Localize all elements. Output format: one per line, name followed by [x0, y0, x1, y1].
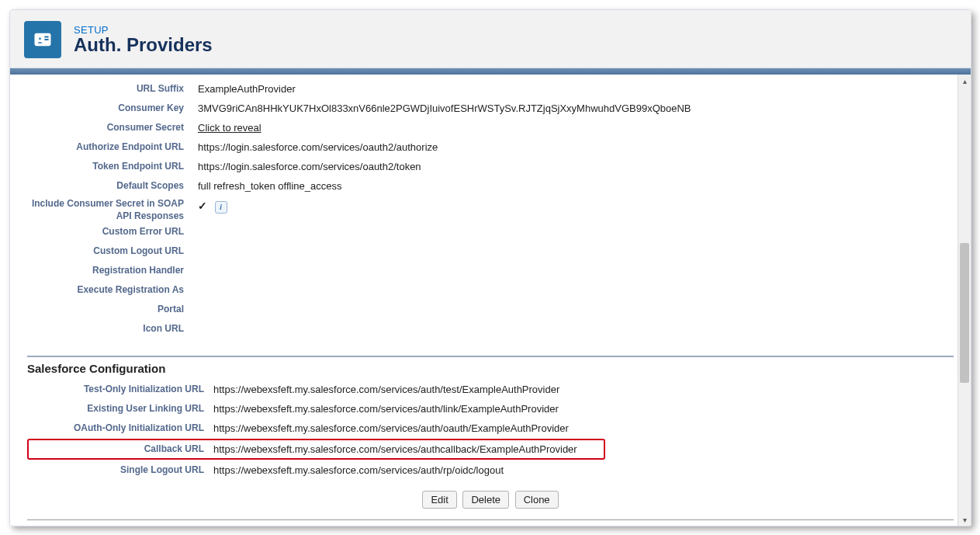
- header-divider-strip: [10, 68, 971, 75]
- label-registration-handler: Registration Handler: [27, 261, 198, 280]
- row-callback-url: Callback URL https://webexsfeft.my.sales…: [30, 440, 602, 458]
- callback-url-highlight: Callback URL https://webexsfeft.my.sales…: [27, 439, 605, 460]
- row-portal: Portal: [27, 300, 954, 319]
- value-execute-registration-as: [198, 280, 954, 300]
- value-url-suffix: ExampleAuthProvider: [198, 79, 954, 99]
- value-default-scopes: full refresh_token offline_access: [198, 176, 954, 196]
- value-custom-error-url: [198, 222, 954, 241]
- value-test-init-url: https://webexsfeft.my.salesforce.com/ser…: [213, 380, 954, 399]
- row-slo-url: Single Logout URL https://webexsfeft.my.…: [27, 460, 954, 480]
- row-consumer-key: Consumer Key 3MVG9riCAn8HHkYUK7HxOl833xn…: [27, 99, 954, 118]
- detail-content: URL Suffix ExampleAuthProvider Consumer …: [10, 75, 971, 526]
- setup-auth-providers-panel: SETUP Auth. Providers URL Suffix Example…: [9, 9, 971, 526]
- delete-button[interactable]: Delete: [462, 491, 509, 509]
- scrollbar-track[interactable]: [958, 88, 971, 513]
- row-oauth-init-url: OAuth-Only Initialization URL https://we…: [27, 419, 954, 438]
- auth-providers-icon: [24, 21, 61, 58]
- scrollbar-thumb[interactable]: [960, 243, 969, 383]
- row-registration-handler: Registration Handler: [27, 261, 954, 280]
- svg-point-1: [38, 36, 42, 40]
- section-title-salesforce-config: Salesforce Configuration: [27, 362, 954, 375]
- label-url-suffix: URL Suffix: [27, 79, 198, 99]
- vertical-scrollbar[interactable]: ▴ ▾: [957, 75, 971, 526]
- value-existing-link-url: https://webexsfeft.my.salesforce.com/ser…: [213, 399, 954, 419]
- label-default-scopes: Default Scopes: [27, 176, 198, 196]
- info-icon[interactable]: i: [215, 201, 227, 214]
- row-custom-error-url: Custom Error URL: [27, 222, 954, 241]
- label-token-endpoint: Token Endpoint URL: [27, 157, 198, 176]
- page-header: SETUP Auth. Providers: [10, 10, 971, 68]
- edit-button[interactable]: Edit: [422, 491, 456, 509]
- label-slo-url: Single Logout URL: [27, 460, 213, 480]
- label-authorize-endpoint: Authorize Endpoint URL: [27, 137, 198, 157]
- label-execute-registration-as: Execute Registration As: [27, 280, 198, 300]
- row-icon-url: Icon URL: [27, 319, 954, 339]
- value-portal: [198, 300, 954, 319]
- label-test-init-url: Test-Only Initialization URL: [27, 380, 213, 399]
- value-token-endpoint: https://login.salesforce.com/services/oa…: [198, 157, 954, 176]
- bottom-rule: [27, 519, 954, 520]
- label-callback-url: Callback URL: [30, 440, 213, 458]
- scroll-up-arrow-icon[interactable]: ▴: [958, 75, 971, 88]
- label-custom-logout-url: Custom Logout URL: [27, 241, 198, 261]
- row-execute-registration-as: Execute Registration As: [27, 280, 954, 300]
- row-url-suffix: URL Suffix ExampleAuthProvider: [27, 79, 954, 99]
- value-custom-logout-url: [198, 241, 954, 261]
- label-existing-link-url: Existing User Linking URL: [27, 399, 213, 419]
- label-consumer-secret: Consumer Secret: [27, 118, 198, 137]
- value-registration-handler: [198, 261, 954, 280]
- row-test-init-url: Test-Only Initialization URL https://web…: [27, 380, 954, 399]
- row-include-secret-soap: Include Consumer Secret in SOAP API Resp…: [27, 196, 954, 222]
- value-slo-url: https://webexsfeft.my.salesforce.com/ser…: [213, 460, 954, 480]
- value-icon-url: [198, 319, 954, 339]
- section-divider: [27, 356, 954, 357]
- action-button-row: Edit Delete Clone: [27, 491, 954, 509]
- row-custom-logout-url: Custom Logout URL: [27, 241, 954, 261]
- label-portal: Portal: [27, 300, 198, 319]
- row-authorize-endpoint: Authorize Endpoint URL https://login.sal…: [27, 137, 954, 157]
- check-icon: ✓: [198, 196, 207, 216]
- value-consumer-key: 3MVG9riCAn8HHkYUK7HxOl833xnV66nle2PGWDjI…: [198, 99, 954, 118]
- label-consumer-key: Consumer Key: [27, 99, 198, 118]
- value-authorize-endpoint: https://login.salesforce.com/services/oa…: [198, 137, 954, 157]
- row-existing-link-url: Existing User Linking URL https://webexs…: [27, 399, 954, 419]
- label-icon-url: Icon URL: [27, 319, 198, 339]
- label-oauth-init-url: OAuth-Only Initialization URL: [27, 419, 213, 438]
- label-custom-error-url: Custom Error URL: [27, 222, 198, 241]
- row-default-scopes: Default Scopes full refresh_token offlin…: [27, 176, 954, 196]
- clone-button[interactable]: Clone: [515, 491, 559, 509]
- scroll-down-arrow-icon[interactable]: ▾: [958, 513, 971, 526]
- page-title: Auth. Providers: [74, 34, 213, 56]
- row-token-endpoint: Token Endpoint URL https://login.salesfo…: [27, 157, 954, 176]
- row-consumer-secret: Consumer Secret Click to reveal: [27, 118, 954, 137]
- value-callback-url: https://webexsfeft.my.salesforce.com/ser…: [213, 440, 602, 458]
- reveal-consumer-secret-link[interactable]: Click to reveal: [198, 122, 261, 134]
- label-include-secret-soap: Include Consumer Secret in SOAP API Resp…: [27, 196, 198, 222]
- header-text: SETUP Auth. Providers: [74, 24, 213, 56]
- value-oauth-init-url: https://webexsfeft.my.salesforce.com/ser…: [213, 419, 954, 438]
